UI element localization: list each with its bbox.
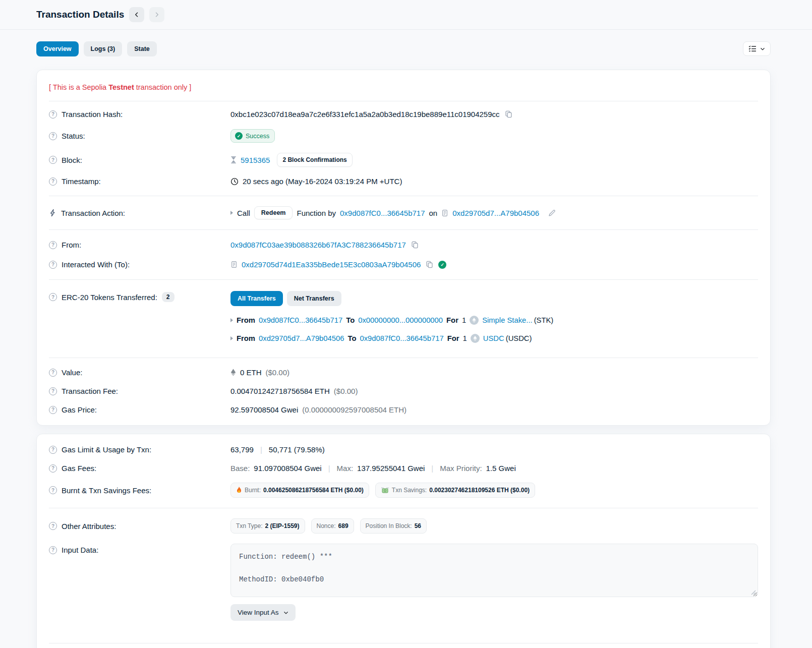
transfer-toggles: All Transfers Net Transfers	[230, 291, 758, 306]
row-gas-price: ? Gas Price: 92.597008504 Gwei (0.000000…	[49, 400, 758, 419]
transfer-for-key: For	[447, 334, 459, 342]
page-title: Transaction Details	[36, 9, 124, 20]
file-text-icon	[230, 261, 238, 268]
view-input-as-button[interactable]: View Input As	[230, 604, 296, 621]
input-data-textarea[interactable]: Function: redeem() *** MethodID: 0xbe040…	[230, 544, 758, 597]
tabs-row: Overview Logs (3) State	[0, 30, 812, 56]
card-tail-spacer	[49, 643, 758, 648]
check-circle-icon: ✓	[235, 132, 243, 140]
overview-card: [ This is a Sepolia Testnet transaction …	[36, 70, 771, 426]
help-icon: ?	[49, 387, 57, 395]
notice-prefix: [ This is a Sepolia	[49, 83, 108, 91]
row-transaction-hash: ? Transaction Hash: 0xbc1e023c07d18ea9a7…	[49, 104, 758, 124]
base-fee-value: 91.097008504 Gwei	[254, 464, 321, 473]
help-icon: ?	[49, 486, 57, 494]
copy-to-button[interactable]	[425, 260, 434, 269]
from-label: From:	[62, 241, 81, 249]
transfer-to-link[interactable]: 0x00000000...000000000	[358, 316, 443, 324]
value-amount: 0 ETH	[240, 368, 262, 377]
chevron-down-icon	[760, 46, 765, 51]
help-icon: ?	[49, 132, 57, 140]
gas-price-label: Gas Price:	[62, 405, 97, 414]
transfer-to-key: To	[346, 316, 355, 324]
notice-suffix: transaction only ]	[134, 83, 192, 91]
row-from: ? From: 0x9d087fC03ae39b088326b67fA3C788…	[49, 235, 758, 255]
block-number-link[interactable]: 5915365	[241, 156, 270, 164]
caret-right-icon	[230, 336, 233, 340]
copy-tx-hash-button[interactable]	[504, 109, 513, 119]
separator: |	[429, 464, 436, 473]
divider	[49, 229, 758, 230]
tab-overview[interactable]: Overview	[36, 41, 79, 56]
token-icon	[471, 334, 480, 343]
max-priority-value: 1.5 Gwei	[486, 464, 516, 473]
action-contract-link[interactable]: 0xd29705d7...A79b04506	[452, 209, 539, 217]
chevron-down-icon	[283, 610, 288, 615]
row-status: ? Status: ✓ Success	[49, 124, 758, 148]
tab-logs[interactable]: Logs (3)	[84, 41, 123, 56]
display-options-button[interactable]	[743, 41, 771, 56]
prev-transaction-button[interactable]	[129, 7, 144, 22]
copy-icon	[505, 110, 512, 118]
transfer-from-key: From	[237, 334, 255, 342]
help-icon: ?	[49, 293, 57, 301]
position-value: 56	[415, 522, 421, 529]
base-fee-key: Base:	[230, 464, 250, 473]
timestamp-label: Timestamp:	[62, 177, 101, 186]
chevron-right-icon	[154, 12, 160, 18]
help-icon: ?	[49, 156, 57, 164]
resize-handle[interactable]	[751, 590, 756, 595]
help-icon: ?	[49, 369, 57, 377]
transfer-to-link[interactable]: 0x9d087fC0...36645b717	[360, 334, 443, 342]
timestamp-value: 20 secs ago (May-16-2024 03:19:24 PM +UT…	[243, 177, 402, 186]
transfer-token-symbol: (STK)	[534, 316, 554, 324]
divider	[49, 358, 758, 358]
transfer-token-link[interactable]: USDC	[483, 334, 504, 342]
from-address-link[interactable]: 0x9d087fC03ae39b088326b67fA3C788236645b7…	[230, 241, 406, 249]
row-block: ? Block: 5915365 2 Block Confirmations	[49, 148, 758, 172]
transfer-from-link[interactable]: 0x9d087fC0...36645b717	[259, 316, 342, 324]
row-gas-limit: ? Gas Limit & Usage by Txn: 63,799 | 50,…	[49, 440, 758, 459]
view-input-as-label: View Input As	[238, 609, 279, 616]
toggle-all-transfers[interactable]: All Transfers	[230, 291, 283, 306]
caret-right-icon	[230, 318, 233, 322]
eth-diamond-icon	[230, 369, 236, 376]
copy-icon	[411, 241, 419, 249]
row-input-data: ? Input Data: Function: redeem() *** Met…	[49, 539, 758, 626]
status-label: Status:	[62, 132, 85, 140]
help-icon: ?	[49, 241, 57, 249]
to-address-link[interactable]: 0xd29705d74d1Ea335bBede15E3c0803aA79b045…	[242, 260, 421, 269]
copy-from-button[interactable]	[410, 240, 420, 250]
edit-name-tag-button[interactable]	[547, 208, 557, 218]
chevron-left-icon	[134, 12, 140, 18]
status-text: Success	[246, 133, 269, 140]
burnt-value: 0.004625086218756584 ETH ($0.00)	[263, 487, 364, 494]
help-icon: ?	[49, 261, 57, 269]
toggle-net-transfers[interactable]: Net Transfers	[287, 291, 341, 306]
nonce-badge: Nonce: 689	[311, 518, 354, 534]
transfer-token-link[interactable]: Simple Stake...	[482, 316, 533, 324]
interacted-with-label: Interacted With (To):	[62, 260, 130, 269]
action-sender-link[interactable]: 0x9d087fC0...36645b717	[340, 209, 425, 217]
row-interacted-with: ? Interacted With (To): 0xd29705d74d1Ea3…	[49, 255, 758, 274]
divider	[49, 196, 758, 196]
hourglass-icon	[230, 156, 237, 163]
next-transaction-button[interactable]	[149, 7, 164, 22]
value-label: Value:	[62, 368, 82, 377]
row-transaction-action: Transaction Action: Call Redeem Function…	[49, 201, 758, 224]
gas-details-card: ? Gas Limit & Usage by Txn: 63,799 | 50,…	[36, 434, 771, 648]
transfer-item: From 0x9d087fC0...36645b717 To 0x0000000…	[230, 311, 758, 329]
row-erc20-transfers: ? ERC-20 Tokens Transferred: 2 All Trans…	[49, 285, 758, 352]
help-icon: ?	[49, 406, 57, 414]
transaction-fee-label: Transaction Fee:	[62, 387, 118, 395]
gas-price-eth: (0.000000092597008504 ETH)	[302, 405, 407, 414]
transaction-action-label: Transaction Action:	[61, 209, 125, 217]
status-badge: ✓ Success	[230, 129, 275, 143]
tab-state[interactable]: State	[127, 41, 157, 56]
transfer-for-key: For	[446, 316, 458, 324]
txn-savings-value: 0.002302746218109526 ETH ($0.00)	[429, 487, 530, 494]
transfer-from-link[interactable]: 0xd29705d7...A79b04506	[259, 334, 344, 342]
input-data-line1: Function: redeem() ***	[239, 551, 749, 562]
clock-icon	[230, 178, 239, 186]
lightning-bolt-icon	[49, 209, 56, 217]
